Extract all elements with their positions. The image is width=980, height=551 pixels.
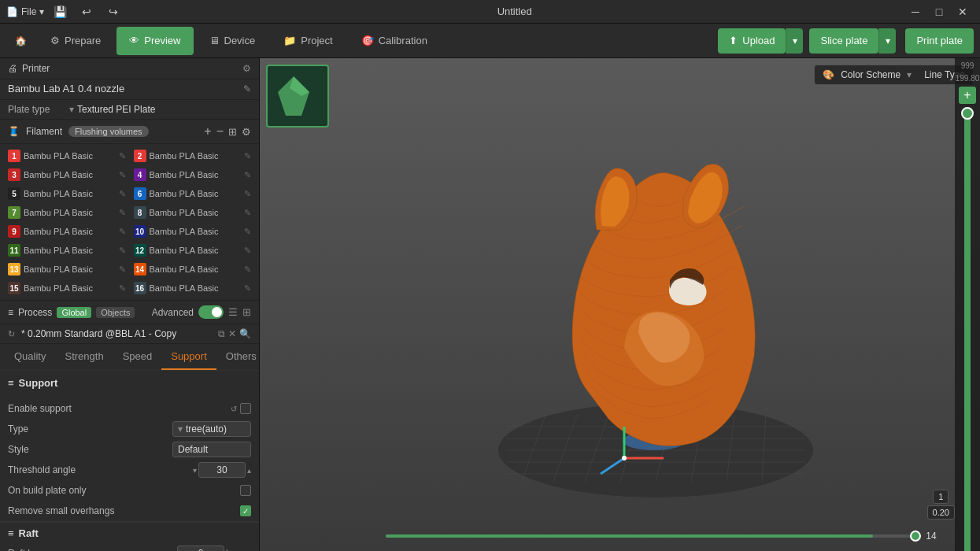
filament-item[interactable]: 6 Bambu PLA Basic ✎ — [131, 185, 255, 202]
print-button[interactable]: Print plate — [905, 28, 974, 54]
filament-item[interactable]: 10 Bambu PLA Basic ✎ — [131, 223, 255, 240]
project-tab[interactable]: 📁 Project — [271, 27, 345, 55]
on-build-plate-checkbox[interactable] — [240, 485, 251, 496]
filament-edit-icon[interactable]: ✎ — [119, 151, 126, 161]
filament-edit-icon[interactable]: ✎ — [119, 208, 126, 218]
filament-edit-icon[interactable]: ✎ — [244, 189, 251, 199]
printer-settings-button[interactable]: ⚙ — [242, 63, 251, 74]
upload-button[interactable]: ⬆ Upload — [718, 28, 786, 54]
zoom-in-button[interactable]: + — [959, 87, 976, 104]
strength-tab[interactable]: Strength — [55, 344, 113, 370]
style-control: Default — [172, 442, 251, 457]
upload-dropdown[interactable]: ▾ — [786, 28, 803, 54]
plate-thumbnail[interactable] — [266, 65, 329, 128]
threshold-down[interactable]: ▾ — [193, 466, 197, 475]
minimize-button[interactable]: ─ — [904, 1, 926, 23]
threshold-value[interactable]: 30 — [198, 462, 246, 478]
left-panel: 🖨 Printer ⚙ Bambu Lab A1 0.4 nozzle ✎ Pl… — [0, 58, 260, 551]
advanced-switch[interactable] — [198, 305, 224, 319]
file-menu[interactable]: 📄 File ▾ — [6, 6, 44, 17]
filament-item[interactable]: 3 Bambu PLA Basic ✎ — [5, 166, 129, 183]
enable-support-reset[interactable]: ↺ — [231, 405, 237, 413]
close-button[interactable]: ✕ — [952, 1, 974, 23]
filament-edit-icon[interactable]: ✎ — [244, 283, 251, 294]
filament-grid-button[interactable]: ⊞ — [228, 126, 237, 138]
threshold-up[interactable]: ▴ — [247, 466, 251, 475]
global-badge[interactable]: Global — [57, 307, 91, 318]
ruler-bar — [964, 107, 971, 551]
calibration-tab[interactable]: 🎯 Calibration — [349, 27, 440, 55]
undo-button[interactable]: ↩ — [76, 1, 98, 23]
filament-edit-icon[interactable]: ✎ — [244, 264, 251, 275]
filament-settings-button[interactable]: ⚙ — [242, 126, 251, 138]
slice-dropdown[interactable]: ▾ — [878, 28, 896, 54]
others-tab[interactable]: Others — [216, 344, 260, 370]
process-list-icon[interactable]: ☰ — [228, 306, 238, 318]
plate-type-value[interactable]: ▾ Textured PEI Plate — [69, 104, 155, 115]
filament-item[interactable]: 12 Bambu PLA Basic ✎ — [131, 242, 255, 259]
device-tab[interactable]: 🖥 Device — [197, 27, 268, 55]
filament-edit-icon[interactable]: ✎ — [119, 283, 126, 294]
color-scheme-icon: 🎨 — [823, 69, 834, 80]
quality-tab[interactable]: Quality — [5, 344, 55, 370]
objects-badge[interactable]: Objects — [96, 307, 135, 318]
on-build-plate-row: On build plate only — [0, 480, 259, 501]
filament-item[interactable]: 1 Bambu PLA Basic ✎ — [5, 147, 129, 165]
file-label[interactable]: File — [21, 6, 36, 17]
filament-edit-icon[interactable]: ✎ — [244, 170, 251, 180]
filament-edit-icon[interactable]: ✎ — [119, 189, 126, 199]
filament-item[interactable]: 11 Bambu PLA Basic ✎ — [5, 242, 129, 259]
enable-support-checkbox[interactable] — [240, 403, 251, 414]
layer-slider-track[interactable] — [386, 534, 915, 538]
filament-item[interactable]: 5 Bambu PLA Basic ✎ — [5, 185, 129, 202]
type-select[interactable]: ▾ tree(auto) — [172, 421, 251, 437]
printer-edit-icon[interactable]: ✎ — [243, 83, 251, 94]
maximize-button[interactable]: □ — [928, 1, 950, 23]
filament-item[interactable]: 8 Bambu PLA Basic ✎ — [131, 204, 255, 221]
support-tab[interactable]: Support — [161, 344, 216, 370]
type-row: Type ▾ tree(auto) — [0, 419, 259, 439]
redo-button[interactable]: ↪ — [102, 1, 124, 23]
remove-small-row: Remove small overhangs ✓ — [0, 501, 259, 521]
window-controls: ─ □ ✕ — [904, 1, 974, 23]
slice-button[interactable]: Slice plate — [809, 28, 878, 54]
style-select[interactable]: Default — [172, 442, 251, 457]
filament-item[interactable]: 7 Bambu PLA Basic ✎ — [5, 204, 129, 221]
prepare-tab[interactable]: ⚙ Prepare — [38, 27, 113, 55]
preview-tab[interactable]: 👁 Preview — [116, 27, 193, 55]
filament-edit-icon[interactable]: ✎ — [119, 170, 126, 180]
layer-slider-thumb[interactable] — [910, 531, 921, 542]
process-profile-name[interactable]: * 0.20mm Standard @BBL A1 - Copy — [21, 328, 212, 339]
add-filament-button[interactable]: + — [204, 124, 211, 139]
remove-small-checkbox[interactable]: ✓ — [240, 505, 251, 516]
filament-edit-icon[interactable]: ✎ — [119, 246, 126, 256]
speed-tab[interactable]: Speed — [113, 344, 162, 370]
raft-layers-value[interactable]: 0 — [177, 545, 224, 551]
filament-edit-icon[interactable]: ✎ — [119, 264, 126, 275]
home-button[interactable]: 🏠 — [6, 27, 35, 55]
filament-edit-icon[interactable]: ✎ — [244, 151, 251, 161]
filament-item[interactable]: 13 Bambu PLA Basic ✎ — [5, 261, 129, 278]
filament-item[interactable]: 2 Bambu PLA Basic ✎ — [131, 147, 255, 165]
printer-name[interactable]: Bambu Lab A1 0.4 nozzle — [8, 83, 124, 94]
filament-item[interactable]: 9 Bambu PLA Basic ✎ — [5, 223, 129, 240]
canvas-area[interactable]: 🎨 Color Scheme ▾ Line Type — [260, 58, 980, 551]
copy-icon[interactable]: ⧉ — [218, 328, 225, 339]
filament-edit-icon[interactable]: ✎ — [244, 246, 251, 256]
color-scheme-label[interactable]: Color Scheme — [841, 69, 900, 80]
flushing-volumes-badge[interactable]: Flushing volumes — [68, 126, 149, 137]
remove-filament-button[interactable]: − — [216, 124, 224, 139]
filament-item[interactable]: 16 Bambu PLA Basic ✎ — [131, 279, 255, 297]
delete-icon[interactable]: ✕ — [228, 328, 236, 339]
slice-group: Slice plate ▾ — [809, 28, 896, 54]
process-multi-icon[interactable]: ⊞ — [242, 306, 251, 318]
save-button[interactable]: 💾 — [49, 1, 71, 23]
filament-item[interactable]: 4 Bambu PLA Basic ✎ — [131, 166, 255, 183]
filament-edit-icon[interactable]: ✎ — [244, 227, 251, 237]
filament-item[interactable]: 15 Bambu PLA Basic ✎ — [5, 279, 129, 297]
filament-edit-icon[interactable]: ✎ — [244, 208, 251, 218]
filament-item[interactable]: 14 Bambu PLA Basic ✎ — [131, 261, 255, 278]
search-icon[interactable]: 🔍 — [239, 328, 251, 339]
filament-edit-icon[interactable]: ✎ — [119, 227, 126, 237]
ruler-handle[interactable] — [961, 107, 974, 120]
